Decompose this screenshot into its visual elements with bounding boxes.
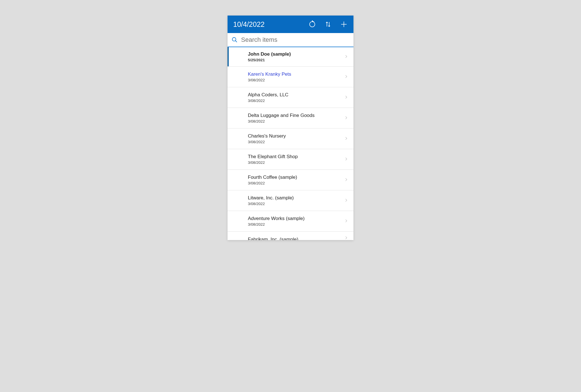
chevron-right-icon bbox=[344, 177, 349, 182]
item-date: 3/08/2022 bbox=[248, 119, 344, 123]
chevron-right-icon bbox=[344, 157, 349, 162]
item-text: Delta Luggage and Fine Goods3/08/2022 bbox=[248, 113, 344, 123]
item-date: 3/08/2022 bbox=[248, 181, 344, 185]
item-title: John Doe (sample) bbox=[248, 51, 344, 57]
refresh-icon[interactable] bbox=[308, 20, 316, 28]
search-bar[interactable] bbox=[228, 33, 353, 47]
header-bar: 10/4/2022 bbox=[228, 16, 353, 33]
item-text: Adventure Works (sample)3/08/2022 bbox=[248, 216, 344, 226]
item-date: 3/08/2022 bbox=[248, 140, 344, 144]
app-frame: 10/4/2022 bbox=[228, 16, 353, 240]
list-item[interactable]: Alpha Coders, LLC3/08/2022 bbox=[228, 87, 353, 108]
chevron-right-icon bbox=[344, 116, 349, 121]
list-item[interactable]: Charles's Nursery3/08/2022 bbox=[228, 129, 353, 149]
item-text: Alpha Coders, LLC3/08/2022 bbox=[248, 92, 344, 103]
item-title: Karen's Kranky Pets bbox=[248, 71, 344, 77]
item-date: 3/08/2022 bbox=[248, 202, 344, 206]
item-text: Karen's Kranky Pets3/08/2022 bbox=[248, 71, 344, 82]
svg-point-5 bbox=[232, 38, 236, 41]
item-date: 5/25/2021 bbox=[248, 58, 344, 62]
header-actions bbox=[308, 20, 348, 28]
svg-line-6 bbox=[235, 41, 237, 42]
chevron-right-icon bbox=[344, 136, 349, 141]
list-item[interactable]: Adventure Works (sample)3/08/2022 bbox=[228, 211, 353, 232]
item-title: Charles's Nursery bbox=[248, 133, 344, 139]
item-text: Charles's Nursery3/08/2022 bbox=[248, 133, 344, 144]
item-title: Alpha Coders, LLC bbox=[248, 92, 344, 98]
item-text: Litware, Inc. (sample)3/08/2022 bbox=[248, 195, 344, 206]
search-icon bbox=[231, 37, 238, 43]
item-date: 3/08/2022 bbox=[248, 160, 344, 165]
item-title: The Elephant Gift Shop bbox=[248, 154, 344, 160]
list-item[interactable]: Karen's Kranky Pets3/08/2022 bbox=[228, 67, 353, 87]
item-text: Fourth Coffee (sample)3/08/2022 bbox=[248, 175, 344, 185]
chevron-right-icon bbox=[344, 198, 349, 203]
list-item[interactable]: Fabrikam, Inc. (sample)3/08/2022 bbox=[228, 232, 353, 240]
item-title: Fourth Coffee (sample) bbox=[248, 175, 344, 180]
list-item[interactable]: Fourth Coffee (sample)3/08/2022 bbox=[228, 170, 353, 190]
list-item[interactable]: The Elephant Gift Shop3/08/2022 bbox=[228, 149, 353, 170]
header-title: 10/4/2022 bbox=[233, 20, 308, 29]
list-item[interactable]: Delta Luggage and Fine Goods3/08/2022 bbox=[228, 108, 353, 129]
search-input[interactable] bbox=[241, 36, 350, 44]
chevron-right-icon bbox=[344, 95, 349, 100]
chevron-right-icon bbox=[344, 219, 349, 224]
item-title: Fabrikam, Inc. (sample) bbox=[248, 237, 344, 240]
chevron-right-icon bbox=[344, 54, 349, 59]
item-date: 3/08/2022 bbox=[248, 99, 344, 103]
item-title: Delta Luggage and Fine Goods bbox=[248, 113, 344, 118]
item-text: Fabrikam, Inc. (sample)3/08/2022 bbox=[248, 237, 344, 240]
sort-icon[interactable] bbox=[324, 20, 332, 28]
chevron-right-icon bbox=[344, 236, 349, 240]
add-icon[interactable] bbox=[340, 20, 348, 28]
list-item[interactable]: John Doe (sample)5/25/2021 bbox=[228, 47, 353, 67]
item-list[interactable]: John Doe (sample)5/25/2021Karen's Kranky… bbox=[228, 47, 353, 240]
item-title: Litware, Inc. (sample) bbox=[248, 195, 344, 201]
list-item[interactable]: Litware, Inc. (sample)3/08/2022 bbox=[228, 190, 353, 211]
item-text: John Doe (sample)5/25/2021 bbox=[248, 51, 344, 62]
chevron-right-icon bbox=[344, 74, 349, 79]
item-title: Adventure Works (sample) bbox=[248, 216, 344, 221]
item-date: 3/08/2022 bbox=[248, 78, 344, 82]
item-text: The Elephant Gift Shop3/08/2022 bbox=[248, 154, 344, 164]
item-date: 3/08/2022 bbox=[248, 222, 344, 227]
